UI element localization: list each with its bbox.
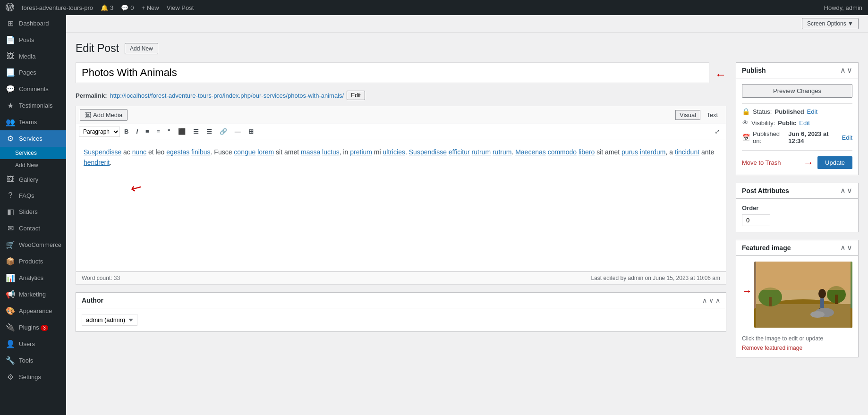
adminbar-replies[interactable]: 💬 0 <box>121 4 134 11</box>
order-input[interactable] <box>742 214 770 226</box>
tools-icon: 🔧 <box>6 356 15 365</box>
admin-bar: forest-adventure-tours-pro 🔔 3 💬 0 + New… <box>0 0 868 15</box>
sidebar-item-woocommerce[interactable]: 🛒 WooCommerce <box>0 237 66 253</box>
teams-icon: 👥 <box>6 118 15 127</box>
sidebar-label-woocommerce: WooCommerce <box>19 241 61 248</box>
editor-tabs: Visual Text <box>675 110 722 120</box>
update-button[interactable]: Update <box>817 156 852 169</box>
author-metabox-body: admin (admin) <box>76 308 726 331</box>
sidebar-item-contact[interactable]: ✉ Contact <box>0 220 66 237</box>
editor-paragraph: Suspendisse ac nunc et leo egestas finib… <box>84 147 718 168</box>
visibility-label: Visibility: <box>751 119 775 127</box>
sidebar-item-users[interactable]: 👤 Users <box>0 336 66 352</box>
text-tab[interactable]: Text <box>702 110 722 120</box>
visibility-icon: 👁 <box>742 119 749 127</box>
last-edited: Last edited by admin on June 15, 2023 at… <box>591 275 720 281</box>
permalink-row: Permalink: http://localhost/forest-adven… <box>76 91 726 100</box>
visual-tab[interactable]: Visual <box>675 110 700 120</box>
sidebar-item-media[interactable]: 🖼 Media <box>0 48 66 64</box>
align-left-button[interactable]: ⬛ <box>175 127 189 136</box>
paragraph-select[interactable]: Paragraph Heading 1 Heading 2 Heading 3 <box>79 127 120 137</box>
align-center-button[interactable]: ☰ <box>190 127 202 136</box>
permalink-url[interactable]: http://localhost/forest-adventure-tours-… <box>110 92 344 99</box>
svg-point-13 <box>810 311 825 318</box>
sidebar-item-faqs[interactable]: ? FAQs <box>0 187 66 203</box>
blockquote-button[interactable]: " <box>164 127 174 136</box>
author-collapse-down-button[interactable]: ∨ <box>709 296 714 304</box>
visibility-edit-link[interactable]: Edit <box>799 119 809 127</box>
expand-editor-button[interactable]: ⤢ <box>711 126 723 137</box>
author-collapse-up-button[interactable]: ∧ <box>702 296 707 304</box>
site-name[interactable]: forest-adventure-tours-pro <box>22 4 93 11</box>
link-button[interactable]: 🔗 <box>216 127 230 136</box>
add-new-button[interactable]: Add New <box>125 43 158 54</box>
sidebar-item-plugins[interactable]: 🔌 Plugins 3 <box>0 319 66 336</box>
sidebar-item-products[interactable]: 📦 Products <box>0 253 66 270</box>
status-edit-link[interactable]: Edit <box>807 108 817 115</box>
post-title-input[interactable] <box>76 62 709 83</box>
sidebar-item-tools[interactable]: 🔧 Tools <box>0 352 66 369</box>
comments-icon: 💬 <box>6 85 15 93</box>
sidebar-label-marketing: Marketing <box>19 291 46 298</box>
sidebar-item-gallery[interactable]: 🖼 Gallery <box>0 171 66 187</box>
unordered-list-button[interactable]: ≡ <box>142 127 153 136</box>
sidebar-item-settings[interactable]: ⚙ Settings <box>0 369 66 385</box>
featured-image-thumbnail[interactable] <box>754 262 852 328</box>
hr-button[interactable]: — <box>231 127 244 136</box>
featured-image-collapse-down-button[interactable]: ∨ <box>847 244 852 252</box>
wp-logo-icon[interactable] <box>6 3 14 13</box>
editor-content[interactable]: Suspendisse ac nunc et leo egestas finib… <box>76 139 726 271</box>
adminbar-new[interactable]: + New <box>141 4 159 11</box>
word-count: Word count: 33 <box>82 275 120 281</box>
sidebar-submenu-add-new[interactable]: Add New <box>0 159 66 171</box>
table-button[interactable]: ⊞ <box>245 127 257 136</box>
ordered-list-button[interactable]: ≡ <box>153 127 163 136</box>
edit-post-area: Edit Post Add New ← Permalink: http://lo… <box>66 33 868 374</box>
featured-image-hint[interactable]: Click the image to edit or update <box>742 335 852 342</box>
post-attributes-controls: ∧ ∨ <box>840 187 852 195</box>
publish-collapse-up-button[interactable]: ∧ <box>840 67 846 74</box>
sidebar-item-comments[interactable]: 💬 Comments <box>0 81 66 97</box>
sidebar-label-plugins: Plugins 3 <box>19 324 48 331</box>
featured-image-header: Featured image ∧ ∨ <box>736 240 858 256</box>
publish-collapse-down-button[interactable]: ∨ <box>847 67 852 74</box>
post-attr-collapse-up-button[interactable]: ∧ <box>840 187 846 195</box>
sidebar-label-dashboard: Dashboard <box>19 20 49 27</box>
page-title: Edit Post <box>76 42 119 55</box>
align-right-button[interactable]: ☰ <box>203 127 215 136</box>
sidebar-item-appearance[interactable]: 🎨 Appearance <box>0 303 66 319</box>
sidebar-item-dashboard[interactable]: ⊞ Dashboard <box>0 15 66 32</box>
sidebar-item-marketing[interactable]: 📢 Marketing <box>0 286 66 303</box>
media-icon: 🖼 <box>6 52 15 60</box>
main-content: Screen Options ▼ Edit Post Add New ← <box>66 15 868 415</box>
publish-panel-header: Publish ∧ ∨ <box>736 63 858 78</box>
sidebar-item-services[interactable]: ⚙ Services <box>0 130 66 147</box>
sidebar-item-testimonials[interactable]: ★ Testimonials <box>0 97 66 114</box>
sidebar-item-analytics[interactable]: 📊 Analytics <box>0 270 66 286</box>
permalink-edit-button[interactable]: Edit <box>347 91 365 100</box>
adminbar-view-post[interactable]: View Post <box>167 4 194 11</box>
featured-image-arrow-annotation: → <box>742 285 752 297</box>
featured-image-collapse-up-button[interactable]: ∧ <box>840 244 846 252</box>
add-media-button[interactable]: 🖼 Add Media <box>80 109 128 121</box>
sidebar-submenu-services[interactable]: Services <box>0 147 66 159</box>
sidebar-item-posts[interactable]: 📄 Posts <box>0 32 66 48</box>
author-metabox: Author ∧ ∨ ∧ admin (admin) <box>76 292 726 332</box>
author-metabox-header[interactable]: Author ∧ ∨ ∧ <box>76 293 726 308</box>
sidebar-item-pages[interactable]: 📃 Pages <box>0 64 66 81</box>
italic-button[interactable]: I <box>133 127 141 136</box>
adminbar-comments[interactable]: 🔔 3 <box>101 4 113 11</box>
remove-featured-image-link[interactable]: Remove featured image <box>742 345 852 351</box>
sidebar-item-teams[interactable]: 👥 Teams <box>0 114 66 130</box>
screen-options-button[interactable]: Screen Options ▼ <box>802 18 859 29</box>
move-to-trash-link[interactable]: Move to Trash <box>742 159 781 166</box>
preview-changes-button[interactable]: Preview Changes <box>742 84 852 98</box>
marketing-icon: 📢 <box>6 290 15 299</box>
published-edit-link[interactable]: Edit <box>842 134 852 141</box>
author-select[interactable]: admin (admin) <box>82 314 137 326</box>
author-toggle-button[interactable]: ∧ <box>715 296 720 304</box>
sidebar-item-sliders[interactable]: ◧ Sliders <box>0 203 66 220</box>
post-attr-collapse-down-button[interactable]: ∨ <box>847 187 852 195</box>
publish-panel: Publish ∧ ∨ Preview Changes <box>736 62 859 175</box>
bold-button[interactable]: B <box>121 127 132 136</box>
